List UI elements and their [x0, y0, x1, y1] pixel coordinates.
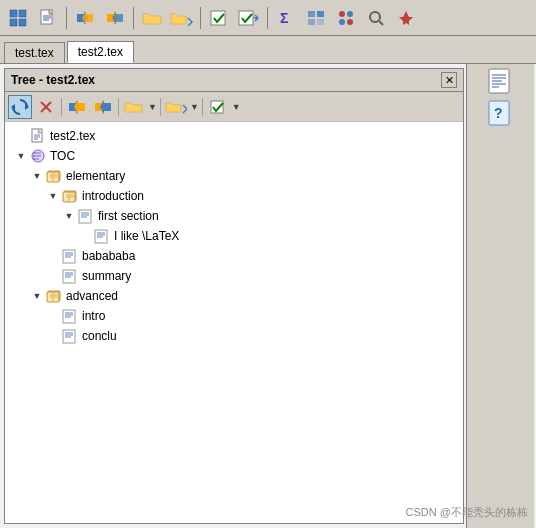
toolbar-btn-arrows[interactable]: [71, 4, 99, 32]
ilike-latex-label: I like \LaTeX: [114, 229, 179, 243]
toolbar-btn-check[interactable]: [205, 4, 233, 32]
tree-node-introduction[interactable]: ▼ introduction: [5, 186, 463, 206]
toolbar-btn-folder-arrow[interactable]: [168, 4, 196, 32]
root-expand-icon: [13, 128, 29, 144]
summary-label: summary: [82, 269, 131, 283]
babababa-label: babababa: [82, 249, 135, 263]
conclu-label: conclu: [82, 329, 117, 343]
tab-bar: test.tex test2.tex: [0, 36, 536, 64]
toolbar-btn-pin[interactable]: [392, 4, 420, 32]
babababa-expand-icon: [45, 248, 61, 264]
ilike-latex-icon: [93, 227, 111, 245]
introduction-icon: [61, 187, 79, 205]
svg-point-36: [33, 158, 35, 160]
svg-rect-51: [79, 210, 91, 223]
watermark-text: CSDN @不能秃头的栋栋: [406, 506, 528, 518]
toolbar-btn-sigma[interactable]: Σ: [272, 4, 300, 32]
toolbar-btn-grid[interactable]: [302, 4, 330, 32]
toolbar-btn-dots[interactable]: [332, 4, 360, 32]
tree-folder-open-button[interactable]: [164, 95, 188, 119]
elementary-expand-icon[interactable]: ▼: [29, 168, 45, 184]
advanced-icon: [45, 287, 63, 305]
right-panel: ?: [466, 64, 534, 528]
svg-rect-0: [10, 10, 17, 17]
summary-icon: [61, 267, 79, 285]
tree-root-file[interactable]: test2.tex: [5, 126, 463, 146]
tab-test2-tex-label: test2.tex: [78, 45, 123, 59]
intro-expand-icon: [45, 308, 61, 324]
tree-remove-button[interactable]: [34, 95, 58, 119]
introduction-expand-icon[interactable]: ▼: [45, 188, 61, 204]
tree-node-elementary[interactable]: ▼ elementary: [5, 166, 463, 186]
first-section-expand-icon[interactable]: ▼: [61, 208, 77, 224]
root-file-icon: [29, 127, 47, 145]
right-panel-btn-2[interactable]: ?: [469, 98, 529, 128]
tree-node-toc[interactable]: ▼ TOC: [5, 146, 463, 166]
toc-icon: [29, 147, 47, 165]
tree-close-button[interactable]: ✕: [441, 72, 457, 88]
folder-open-dropdown-arrow[interactable]: ▼: [190, 102, 199, 112]
tree-folder-button[interactable]: [122, 95, 146, 119]
svg-rect-3: [19, 19, 26, 26]
toolbar-sep-3: [200, 7, 201, 29]
svg-rect-11: [308, 11, 315, 17]
tree-node-babababa[interactable]: babababa: [5, 246, 463, 266]
svg-rect-14: [317, 19, 324, 25]
tree-node-intro[interactable]: intro: [5, 306, 463, 326]
svg-rect-13: [308, 19, 315, 25]
conclu-expand-icon: [45, 328, 61, 344]
tree-header: Tree - test2.tex ✕: [5, 69, 463, 92]
tab-test-tex[interactable]: test.tex: [4, 42, 65, 63]
tree-node-first-section[interactable]: ▼ first section: [5, 206, 463, 226]
svg-rect-55: [95, 230, 107, 243]
svg-point-15: [339, 11, 345, 17]
main-content: Tree - test2.tex ✕: [0, 64, 536, 528]
tree-toolbar-sep-4: [202, 98, 203, 116]
check-dropdown-arrow[interactable]: ▼: [232, 102, 241, 112]
toolbar-btn-check-arrow[interactable]: [235, 4, 263, 32]
toolbar-btn-folder[interactable]: [138, 4, 166, 32]
folder-dropdown-arrow[interactable]: ▼: [148, 102, 157, 112]
toolbar-btn-1[interactable]: [4, 4, 32, 32]
tree-forward-button[interactable]: [91, 95, 115, 119]
top-toolbar: Σ: [0, 0, 536, 36]
tab-test2-tex[interactable]: test2.tex: [67, 41, 134, 63]
toc-label: TOC: [50, 149, 75, 163]
svg-line-20: [379, 21, 383, 25]
first-section-label: first section: [98, 209, 159, 223]
tree-check-button[interactable]: [206, 95, 230, 119]
watermark: CSDN @不能秃头的栋栋: [406, 505, 528, 520]
tree-node-advanced[interactable]: ▼ advanced: [5, 286, 463, 306]
svg-point-19: [370, 12, 380, 22]
tree-panel: Tree - test2.tex ✕: [4, 68, 464, 524]
toolbar-btn-file[interactable]: [34, 4, 62, 32]
svg-text:?: ?: [494, 105, 503, 121]
svg-rect-12: [317, 11, 324, 17]
babababa-icon: [61, 247, 79, 265]
toolbar-sep-2: [133, 7, 134, 29]
tree-node-summary[interactable]: summary: [5, 266, 463, 286]
tree-back-button[interactable]: [65, 95, 89, 119]
svg-point-34: [33, 152, 35, 154]
right-panel-btn-1[interactable]: [469, 66, 529, 96]
tree-toolbar: ▼ ▼ ▼: [5, 92, 463, 122]
advanced-expand-icon[interactable]: ▼: [29, 288, 45, 304]
svg-rect-59: [63, 250, 75, 263]
elementary-icon: [45, 167, 63, 185]
toolbar-sep-1: [66, 7, 67, 29]
advanced-label: advanced: [66, 289, 118, 303]
svg-text:Σ: Σ: [280, 10, 288, 26]
tree-node-conclu[interactable]: conclu: [5, 326, 463, 346]
tree-sync-button[interactable]: [8, 95, 32, 119]
svg-rect-63: [63, 270, 75, 283]
introduction-label: introduction: [82, 189, 144, 203]
tree-toolbar-sep-2: [118, 98, 119, 116]
tree-content[interactable]: test2.tex ▼ TOC: [5, 122, 463, 523]
toc-expand-icon[interactable]: ▼: [13, 148, 29, 164]
tree-node-ilike-latex[interactable]: I like \LaTeX: [5, 226, 463, 246]
svg-rect-2: [10, 19, 17, 26]
toolbar-btn-nav[interactable]: [101, 4, 129, 32]
root-file-label: test2.tex: [50, 129, 95, 143]
svg-rect-1: [19, 10, 26, 17]
toolbar-btn-search[interactable]: [362, 4, 390, 32]
